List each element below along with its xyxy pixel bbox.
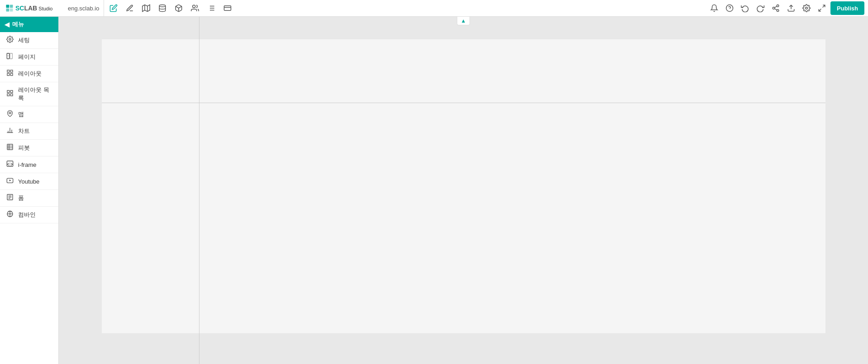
svg-rect-34 <box>10 70 13 72</box>
sidebar-item-setting-label: 세팅 <box>18 36 30 44</box>
combine-icon <box>5 210 14 219</box>
page-icon <box>5 52 14 61</box>
sidebar-item-youtube-label: Youtube <box>18 178 39 185</box>
svg-line-27 <box>823 5 825 7</box>
map-icon <box>5 110 14 119</box>
svg-rect-32 <box>7 53 9 56</box>
setting-icon <box>5 36 14 45</box>
svg-rect-37 <box>7 90 9 93</box>
pen-tool-button[interactable] <box>122 0 138 16</box>
people-tool-button[interactable] <box>187 0 203 16</box>
sidebar-item-map[interactable]: 맵 <box>0 106 58 123</box>
svg-rect-35 <box>7 73 9 76</box>
page-indicator[interactable]: ▲ <box>457 17 470 25</box>
edit-tool-button[interactable] <box>106 0 121 16</box>
toolbar-icons <box>104 0 704 16</box>
layout-icon <box>5 69 14 78</box>
youtube-icon <box>5 177 14 186</box>
svg-point-41 <box>9 112 11 114</box>
sidebar-item-page[interactable]: 페이지 <box>0 49 58 66</box>
sidebar-item-layout[interactable]: 레이아웃 <box>0 66 58 82</box>
sidebar-item-map-label: 맵 <box>18 110 24 118</box>
svg-rect-0 <box>6 5 9 8</box>
expand-button[interactable] <box>815 1 829 15</box>
header: SCLAB Studio eng.sclab.io <box>0 0 868 17</box>
map-tool-button[interactable] <box>138 0 154 16</box>
sclab-logo-icon <box>5 4 14 12</box>
svg-marker-4 <box>142 5 150 12</box>
svg-rect-36 <box>10 73 13 76</box>
sidebar-item-pivot-label: 피봇 <box>18 144 30 152</box>
sidebar-item-form[interactable]: 폼 <box>0 190 58 207</box>
iframe-icon <box>5 160 14 169</box>
svg-line-23 <box>774 9 777 10</box>
sidebar-item-chart[interactable]: 차트 <box>0 123 58 140</box>
svg-rect-3 <box>10 9 13 12</box>
help-button[interactable] <box>723 1 736 15</box>
publish-button[interactable]: Publish <box>830 1 864 15</box>
svg-point-26 <box>806 7 808 9</box>
sidebar-header: ◀ 메뉴 <box>0 17 58 32</box>
form-icon <box>5 194 14 203</box>
logo-text: SCLAB Studio <box>15 4 52 12</box>
svg-rect-46 <box>7 144 13 150</box>
svg-rect-39 <box>7 94 9 96</box>
svg-point-7 <box>160 5 166 7</box>
layout-list-icon <box>5 90 14 99</box>
svg-rect-40 <box>10 94 13 96</box>
chart-icon <box>5 127 14 136</box>
share-button[interactable] <box>769 1 783 15</box>
sidebar-header-label: 메뉴 <box>12 20 24 28</box>
svg-point-9 <box>193 5 195 8</box>
notification-button[interactable] <box>707 1 721 15</box>
svg-point-22 <box>777 9 779 12</box>
horizontal-guide-line <box>102 103 825 103</box>
sidebar-item-form-label: 폼 <box>18 194 24 202</box>
svg-rect-33 <box>7 70 9 72</box>
svg-rect-2 <box>6 9 9 12</box>
url-bar: eng.sclab.io <box>63 0 104 16</box>
sidebar: ◀ 메뉴 세팅 페이지 <box>0 17 59 364</box>
sidebar-item-iframe[interactable]: i-frame <box>0 156 58 173</box>
canvas-area: ▲ <box>59 17 868 364</box>
logo-area: SCLAB Studio <box>0 4 63 12</box>
settings-button[interactable] <box>800 1 813 15</box>
svg-marker-53 <box>9 180 11 181</box>
pivot-icon <box>5 143 14 152</box>
svg-point-29 <box>9 38 11 40</box>
sidebar-item-setting[interactable]: 세팅 <box>0 32 58 49</box>
sidebar-item-combine[interactable]: 컴바인 <box>0 207 58 223</box>
sidebar-item-youtube[interactable]: Youtube <box>0 173 58 190</box>
redo-button[interactable] <box>754 1 767 15</box>
database-tool-button[interactable] <box>155 0 170 16</box>
sidebar-item-combine-label: 컴바인 <box>18 211 36 219</box>
svg-rect-38 <box>10 90 13 93</box>
sidebar-item-layout-list[interactable]: 레이아웃 목록 <box>0 82 58 106</box>
cube-tool-button[interactable] <box>171 0 186 16</box>
card-tool-button[interactable] <box>220 0 235 16</box>
sidebar-item-layout-label: 레이아웃 <box>18 70 42 78</box>
sidebar-item-pivot[interactable]: 피봇 <box>0 140 58 156</box>
sidebar-item-page-label: 페이지 <box>18 53 36 61</box>
list-tool-button[interactable] <box>204 0 219 16</box>
sidebar-item-iframe-label: i-frame <box>18 161 36 168</box>
svg-point-21 <box>773 7 775 9</box>
svg-rect-1 <box>10 5 13 8</box>
sidebar-item-layout-list-label: 레이아웃 목록 <box>18 86 53 102</box>
canvas-page[interactable] <box>102 39 825 333</box>
header-right: Publish <box>704 1 868 15</box>
main-layout: ◀ 메뉴 세팅 페이지 <box>0 17 868 364</box>
svg-line-24 <box>774 6 777 8</box>
page-indicator-arrow: ▲ <box>461 18 466 24</box>
upload-button[interactable] <box>784 1 798 15</box>
sidebar-item-chart-label: 차트 <box>18 127 30 135</box>
svg-rect-16 <box>224 6 231 11</box>
svg-rect-31 <box>10 53 12 59</box>
undo-button[interactable] <box>738 1 752 15</box>
svg-line-28 <box>819 9 821 11</box>
sidebar-back-icon[interactable]: ◀ <box>5 21 9 28</box>
svg-point-20 <box>777 5 779 7</box>
